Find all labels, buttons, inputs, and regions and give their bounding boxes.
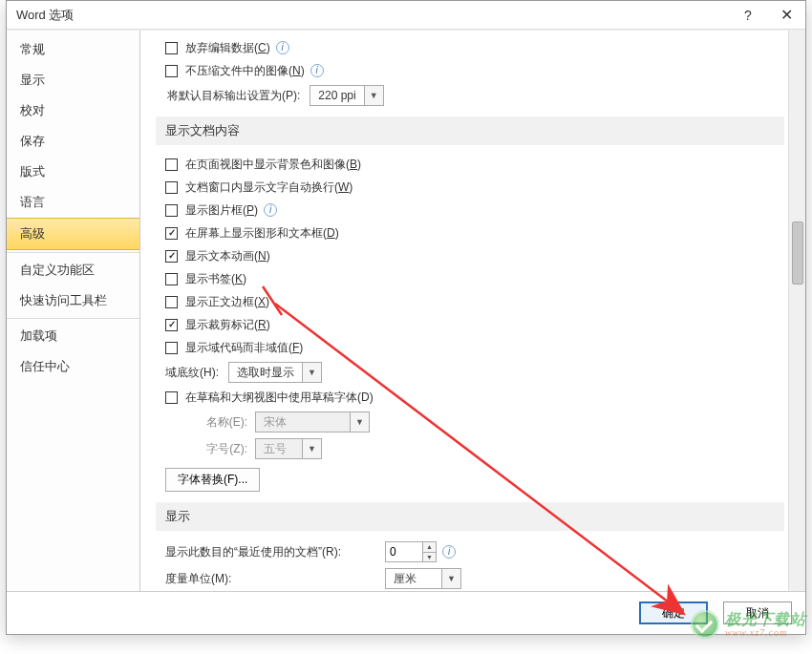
- dispcontent-3-checkbox[interactable]: [165, 227, 178, 240]
- dispcontent-2-label: 显示图片框(P): [185, 202, 258, 219]
- font-size-label: 字号(Z):: [184, 441, 247, 457]
- watermark-text: 极光下载站 www.xz7.com: [725, 611, 806, 639]
- dispcontent-3-label: 在屏幕上显示图形和文本框(D): [185, 225, 339, 242]
- field-shading-row: 域底纹(H): 选取时显示 ▼: [156, 359, 784, 386]
- dispcontent-4-label: 显示文本动画(N): [185, 248, 270, 264]
- sidebar-item-5[interactable]: 语言: [7, 187, 139, 218]
- field-shading-select[interactable]: 选取时显示 ▼: [228, 362, 322, 383]
- sidebar-item-10[interactable]: 信任中心: [7, 351, 139, 382]
- font-size-select[interactable]: 五号 ▼: [255, 438, 322, 459]
- watermark: 极光下载站 www.xz7.com: [691, 610, 806, 639]
- topcheck-1-checkbox[interactable]: [165, 65, 178, 77]
- dispcontent-0-checkbox[interactable]: [165, 158, 178, 171]
- dispcontent-5-label: 显示书签(K): [185, 271, 246, 287]
- recent-docs-spinner[interactable]: ▲▼: [385, 541, 437, 562]
- sidebar-item-7[interactable]: 自定义功能区: [7, 252, 139, 285]
- section-display: 显示: [156, 502, 784, 531]
- topcheck-0-checkbox[interactable]: [165, 42, 178, 54]
- info-icon: [264, 203, 277, 217]
- font-name-row: 名称(E): 宋体 ▼: [156, 409, 784, 435]
- section-display-doc-content: 显示文档内容: [156, 116, 784, 145]
- dispcontent-6-checkbox[interactable]: [165, 296, 178, 308]
- font-size-row: 字号(Z): 五号 ▼: [156, 435, 784, 462]
- scrollbar-thumb[interactable]: [792, 222, 803, 285]
- sidebar-item-8[interactable]: 快速访问工具栏: [7, 285, 139, 316]
- dispcontent-6-row: 显示正文边框(X): [156, 290, 784, 313]
- dispcontent-0-row: 在页面视图中显示背景色和图像(B): [156, 153, 784, 176]
- font-name-select[interactable]: 宋体 ▼: [255, 411, 370, 432]
- chevron-down-icon: ▼: [302, 439, 321, 458]
- field-shading-label: 域底纹(H):: [165, 365, 219, 381]
- sidebar-item-0[interactable]: 常规: [7, 34, 139, 65]
- info-icon: [310, 64, 324, 77]
- dispcontent-6-label: 显示正文边框(X): [185, 294, 269, 310]
- dispcontent-5-row: 显示书签(K): [156, 267, 784, 290]
- chevron-down-icon: ▼: [364, 86, 383, 105]
- unit-row: 度量单位(M): 厘米 ▼: [156, 565, 784, 591]
- unit-select[interactable]: 厘米 ▼: [385, 568, 461, 589]
- default-output-select[interactable]: 220 ppi ▼: [310, 85, 383, 106]
- sidebar-item-9[interactable]: 加载项: [7, 318, 139, 351]
- recent-docs-input[interactable]: [386, 542, 422, 561]
- word-options-dialog: Word 选项 ? ✕ 常规显示校对保存版式语言高级自定义功能区快速访问工具栏加…: [6, 0, 806, 635]
- dispcontent-1-label: 文档窗口内显示文字自动换行(W): [185, 179, 353, 196]
- unit-label: 度量单位(M):: [165, 571, 375, 587]
- default-output-row: 将默认目标输出设置为(P): 220 ppi ▼: [156, 82, 784, 109]
- sidebar-item-4[interactable]: 版式: [7, 157, 139, 187]
- draft-font-checkbox[interactable]: [165, 391, 178, 404]
- dispcontent-2-checkbox[interactable]: [165, 204, 178, 217]
- dispcontent-7-label: 显示裁剪标记(R): [185, 317, 270, 333]
- dispcontent-2-row: 显示图片框(P): [156, 199, 784, 222]
- help-button[interactable]: ?: [729, 1, 767, 30]
- dispcontent-4-row: 显示文本动画(N): [156, 244, 784, 267]
- chevron-down-icon: ▼: [302, 363, 321, 382]
- sidebar-item-1[interactable]: 显示: [7, 65, 139, 95]
- sidebar-item-6[interactable]: 高级: [7, 218, 139, 250]
- dispcontent-3-row: 在屏幕上显示图形和文本框(D): [156, 222, 784, 244]
- dispcontent-7-checkbox[interactable]: [165, 319, 178, 331]
- content-wrap: 放弃编辑数据(C)不压缩文件中的图像(N) 将默认目标输出设置为(P): 220…: [140, 31, 805, 591]
- sidebar-item-2[interactable]: 校对: [7, 95, 139, 126]
- topcheck-1-row: 不压缩文件中的图像(N): [156, 59, 784, 82]
- dispcontent-0-label: 在页面视图中显示背景色和图像(B): [185, 157, 361, 173]
- font-name-label: 名称(E):: [184, 414, 247, 431]
- topcheck-0-row: 放弃编辑数据(C): [156, 36, 784, 59]
- font-substitution-button[interactable]: 字体替换(F)...: [165, 468, 260, 492]
- info-icon: [276, 41, 289, 54]
- dialog-title: Word 选项: [16, 7, 729, 24]
- topcheck-1-label: 不压缩文件中的图像(N): [185, 63, 305, 79]
- info-icon: [442, 545, 456, 559]
- dispcontent-8-label: 显示域代码而非域值(F): [185, 340, 303, 356]
- dispcontent-8-checkbox[interactable]: [165, 342, 178, 354]
- draft-font-row: 在草稿和大纲视图中使用草稿字体(D): [156, 386, 784, 409]
- sidebar: 常规显示校对保存版式语言高级自定义功能区快速访问工具栏加载项信任中心: [7, 31, 140, 591]
- sidebar-item-3[interactable]: 保存: [7, 126, 139, 157]
- chevron-down-icon: ▼: [350, 412, 369, 432]
- dispcontent-4-checkbox[interactable]: [165, 250, 178, 263]
- chevron-down-icon: ▼: [441, 569, 460, 588]
- dispcontent-5-checkbox[interactable]: [165, 273, 178, 285]
- watermark-icon: [691, 610, 719, 639]
- content: 放弃编辑数据(C)不压缩文件中的图像(N) 将默认目标输出设置为(P): 220…: [146, 31, 788, 591]
- topcheck-0-label: 放弃编辑数据(C): [185, 40, 270, 56]
- spinner-up-icon[interactable]: ▲: [423, 542, 436, 553]
- close-button[interactable]: ✕: [767, 1, 805, 30]
- scrollbar[interactable]: [788, 31, 805, 591]
- dispcontent-7-row: 显示裁剪标记(R): [156, 313, 784, 336]
- dispcontent-1-row: 文档窗口内显示文字自动换行(W): [156, 176, 784, 199]
- button-bar: 确定 取消: [7, 591, 805, 634]
- font-substitution-row: 字体替换(F)...: [156, 462, 784, 495]
- spinner-down-icon[interactable]: ▼: [423, 553, 436, 562]
- titlebar: Word 选项 ? ✕: [7, 1, 805, 30]
- dispcontent-1-checkbox[interactable]: [165, 181, 178, 194]
- dispcontent-8-row: 显示域代码而非域值(F): [156, 336, 784, 359]
- recent-docs-label: 显示此数目的“最近使用的文档”(R):: [165, 544, 375, 560]
- dialog-body: 常规显示校对保存版式语言高级自定义功能区快速访问工具栏加载项信任中心 放弃编辑数…: [7, 30, 805, 591]
- draft-font-label: 在草稿和大纲视图中使用草稿字体(D): [185, 390, 374, 406]
- recent-docs-row: 显示此数目的“最近使用的文档”(R): ▲▼: [156, 538, 784, 565]
- default-output-label: 将默认目标输出设置为(P):: [167, 88, 300, 104]
